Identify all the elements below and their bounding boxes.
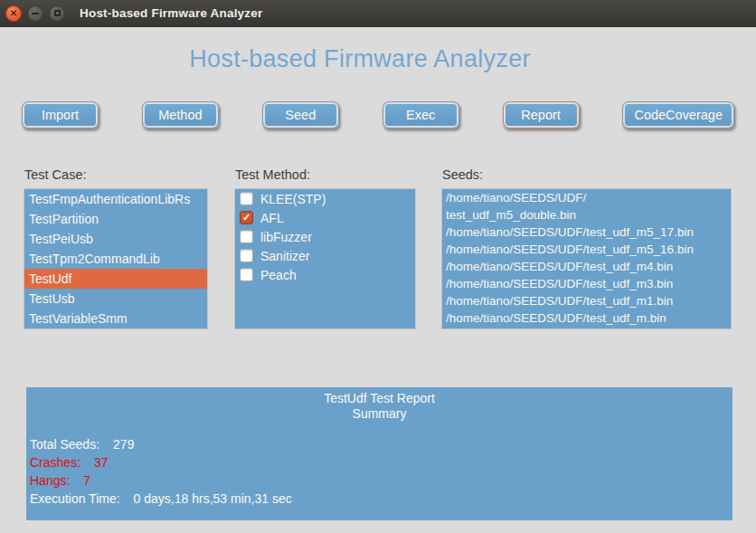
test-case-label: Test Case: (24, 167, 207, 186)
close-icon: ✕ (10, 9, 17, 18)
total-seeds-value: 279 (113, 437, 134, 452)
list-item[interactable]: TestTpm2CommandLib (24, 249, 207, 269)
toolbar: Import Method Seed Exec Report CodeCover… (22, 101, 734, 128)
list-item-selected[interactable]: TestUdf (24, 269, 207, 289)
report-subtitle: Summary (26, 406, 732, 422)
crashes-row: Crashes:37 (30, 453, 732, 471)
checkbox-unchecked-icon[interactable] (240, 192, 253, 205)
seed-item[interactable]: /home/tiano/SEEDS/UDF/test_udf_m5_16.bin (442, 241, 731, 258)
crashes-label: Crashes: (30, 455, 80, 470)
maximize-button[interactable] (49, 5, 65, 22)
checkbox-row[interactable]: libFuzzer (235, 227, 415, 246)
list-item[interactable]: TestPartition (24, 209, 207, 229)
report-title: TestUdf Test Report (26, 391, 732, 406)
seed-item[interactable]: /home/tiano/SEEDS/UDF/ test_udf_m5_doubl… (442, 189, 731, 224)
seed-item[interactable]: /home/tiano/SEEDS/UDF/test_udf_m5_17.bin (442, 224, 731, 241)
maximize-icon (54, 10, 61, 16)
checkbox-unchecked-icon[interactable] (240, 230, 253, 243)
checkbox-checked-icon[interactable]: ✓ (240, 211, 253, 224)
checkbox-row[interactable]: Peach (235, 265, 415, 284)
seeds-label: Seeds: (442, 167, 731, 186)
seed-item[interactable]: /home/tiano/SEEDS/UDF/test_udf_m.bin (442, 309, 731, 327)
total-seeds-row: Total Seeds:279 (30, 435, 732, 453)
test-case-list[interactable]: TestFmpAuthenticationLibRs TestPartition… (24, 189, 207, 328)
report-button[interactable]: Report (503, 101, 580, 128)
list-item[interactable]: TestUsb (24, 289, 207, 309)
checkbox-unchecked-icon[interactable] (240, 268, 253, 281)
hangs-row: Hangs:7 (30, 471, 732, 490)
close-button[interactable]: ✕ (5, 5, 22, 22)
list-item[interactable]: TestFmpAuthenticationLibRs (24, 189, 207, 209)
report-rows: Total Seeds:279 Crashes:37 Hangs:7 Execu… (26, 435, 732, 508)
seed-button[interactable]: Seed (262, 101, 339, 128)
crashes-value: 37 (94, 455, 109, 470)
hangs-label: Hangs: (30, 473, 70, 488)
window-controls: ✕ (5, 5, 65, 22)
total-seeds-label: Total Seeds: (30, 437, 99, 452)
execution-time-value: 0 days,18 hrs,53 min,31 sec (134, 491, 292, 506)
hangs-value: 7 (83, 473, 90, 488)
checkbox-label: KLEE(STP) (260, 192, 326, 206)
seed-item[interactable]: /home/tiano/SEEDS/UDF/test_udf_fid.bin (442, 327, 731, 328)
seeds-section: Seeds: /home/tiano/SEEDS/UDF/ test_udf_m… (442, 167, 731, 328)
exec-button[interactable]: Exec (383, 101, 459, 128)
list-item[interactable]: TestVariableSmm (24, 309, 207, 328)
execution-time-label: Execution Time: (30, 491, 120, 506)
minimize-icon (32, 13, 39, 14)
test-method-list[interactable]: KLEE(STP) ✓ AFL libFuzzer Sanitizer Peac… (235, 189, 415, 328)
test-case-section: Test Case: TestFmpAuthenticationLibRs Te… (24, 167, 207, 328)
checkbox-label: libFuzzer (260, 230, 312, 244)
execution-time-row: Execution Time:0 days,18 hrs,53 min,31 s… (30, 490, 732, 508)
codecoverage-button[interactable]: CodeCoverage (622, 101, 734, 128)
minimize-button[interactable] (27, 5, 43, 22)
checkbox-unchecked-icon[interactable] (240, 249, 253, 262)
checkbox-row[interactable]: ✓ AFL (235, 208, 415, 227)
import-button[interactable]: Import (22, 101, 99, 128)
checkbox-label: Sanitizer (260, 249, 309, 263)
seed-item[interactable]: /home/tiano/SEEDS/UDF/test_udf_m1.bin (442, 292, 731, 309)
method-button[interactable]: Method (142, 101, 219, 128)
list-item[interactable]: TestPeiUsb (24, 229, 207, 249)
checkbox-label: Peach (260, 268, 297, 282)
seed-item[interactable]: /home/tiano/SEEDS/UDF/test_udf_m3.bin (442, 275, 731, 292)
seeds-list[interactable]: /home/tiano/SEEDS/UDF/ test_udf_m5_doubl… (442, 189, 731, 328)
window-title: Host-based Firmware Analyzer (80, 6, 262, 20)
test-method-label: Test Method: (235, 167, 415, 186)
checkbox-row[interactable]: Sanitizer (235, 246, 415, 265)
seed-item[interactable]: /home/tiano/SEEDS/UDF/test_udf_m4.bin (442, 258, 731, 275)
test-method-section: Test Method: KLEE(STP) ✓ AFL libFuzzer S… (235, 167, 415, 328)
checkbox-label: AFL (260, 211, 284, 225)
page-title: Host-based Firmware Analyzer (0, 45, 720, 73)
checkbox-row[interactable]: KLEE(STP) (235, 189, 415, 208)
titlebar: ✕ Host-based Firmware Analyzer (0, 0, 756, 27)
report-panel: TestUdf Test Report Summary Total Seeds:… (26, 387, 732, 520)
